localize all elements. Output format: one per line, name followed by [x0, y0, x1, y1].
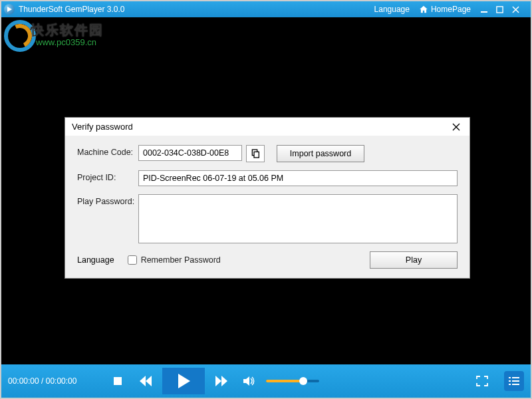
app-icon [4, 4, 15, 15]
next-icon [215, 376, 227, 386]
project-id-input[interactable] [138, 170, 458, 186]
fullscreen-icon [476, 376, 488, 386]
close-icon [452, 123, 460, 131]
volume-thumb[interactable] [299, 377, 307, 385]
minimize-button[interactable] [480, 5, 496, 13]
svg-marker-6 [146, 376, 152, 386]
app-title: ThunderSoft GemPlayer 3.0.0 [19, 5, 124, 14]
playlist-button[interactable] [504, 371, 524, 391]
svg-rect-12 [509, 377, 511, 378]
svg-marker-0 [7, 7, 12, 12]
fullscreen-button[interactable] [471, 370, 493, 392]
svg-marker-9 [215, 376, 221, 386]
time-display: 00:00:00 / 00:00:00 [8, 376, 101, 386]
volume-icon [243, 376, 255, 386]
time-total: 00:00:00 [46, 376, 77, 386]
copy-icon [250, 148, 261, 159]
volume-fill [266, 380, 303, 382]
watermark-url: www.pc0359.cn [36, 37, 96, 47]
home-icon [419, 5, 428, 14]
app-window: ThunderSoft GemPlayer 3.0.0 Language Hom… [1, 1, 531, 398]
machine-code-label: Machine Code: [77, 145, 138, 157]
maximize-button[interactable] [496, 6, 512, 13]
dialog-title: Verify password [72, 122, 133, 132]
svg-rect-16 [509, 384, 511, 385]
time-current: 00:00:00 [8, 376, 39, 386]
svg-marker-10 [221, 376, 227, 386]
svg-rect-1 [481, 11, 487, 13]
svg-rect-5 [114, 377, 122, 385]
play-password-input[interactable] [138, 194, 458, 243]
svg-rect-15 [512, 380, 519, 382]
playlist-icon [509, 376, 519, 386]
homepage-link-label: HomePage [431, 5, 471, 14]
import-password-button[interactable]: Import password [277, 145, 364, 162]
svg-rect-17 [512, 384, 519, 385]
dialog-play-button[interactable]: Play [370, 251, 458, 269]
stop-button[interactable] [106, 370, 129, 392]
previous-icon [140, 376, 152, 386]
svg-marker-7 [140, 376, 146, 386]
next-button[interactable] [210, 370, 233, 392]
dialog-close-button[interactable] [450, 123, 463, 131]
play-icon [177, 374, 190, 388]
svg-rect-2 [497, 6, 503, 12]
close-button[interactable] [512, 6, 528, 13]
machine-code-input[interactable] [138, 145, 242, 161]
play-password-label: Play Password: [77, 194, 138, 206]
svg-marker-8 [178, 374, 190, 388]
verify-password-dialog: Verify password Machine Code: Import pas… [65, 117, 470, 279]
stop-icon [113, 376, 122, 386]
remember-password-input[interactable] [128, 255, 137, 265]
control-bar: 00:00:00 / 00:00:00 [1, 364, 531, 398]
video-area: 快乐软件园 www.pc0359.cn Verify password Mach… [1, 17, 531, 364]
watermark: 快乐软件园 www.pc0359.cn [1, 17, 121, 57]
svg-rect-14 [509, 380, 511, 382]
project-id-label: Project ID: [77, 170, 138, 182]
copy-machine-code-button[interactable] [246, 145, 265, 162]
play-button[interactable] [162, 368, 205, 394]
volume-button[interactable] [238, 370, 261, 392]
language-link-label: Language [374, 5, 410, 14]
dialog-language-link[interactable]: Language [77, 255, 114, 265]
svg-rect-13 [512, 377, 519, 378]
dialog-body: Machine Code: Import password Project ID… [65, 136, 469, 278]
title-bar: ThunderSoft GemPlayer 3.0.0 Language Hom… [1, 1, 531, 17]
svg-rect-4 [254, 152, 259, 158]
dialog-titlebar: Verify password [65, 118, 469, 136]
language-link[interactable]: Language [374, 5, 410, 14]
homepage-link[interactable]: HomePage [419, 5, 471, 14]
remember-password-checkbox[interactable]: Remember Password [128, 255, 221, 265]
svg-marker-11 [243, 376, 249, 386]
remember-password-label: Remember Password [141, 255, 221, 265]
watermark-text: 快乐软件园 [31, 21, 104, 39]
volume-slider[interactable] [266, 380, 319, 382]
previous-button[interactable] [134, 370, 157, 392]
